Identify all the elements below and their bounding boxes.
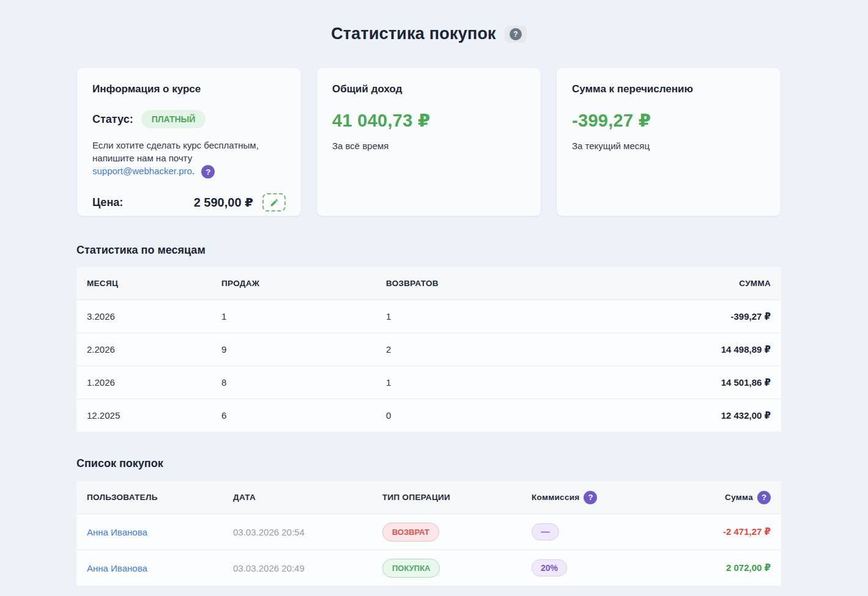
operation-badge-refund: ВОЗВРАТ (382, 523, 439, 542)
page-content: Статистика покупок ? Информация о курсе … (76, 24, 781, 586)
support-email-link[interactable]: support@webhacker.pro (92, 166, 192, 176)
price-label: Цена: (92, 196, 123, 209)
col-operation: ТИП ОПЕРАЦИИ (382, 493, 532, 502)
question-icon: ? (510, 28, 522, 40)
commission-header-label: Коммиссия (532, 493, 579, 502)
total-income-caption: За всё время (332, 141, 525, 151)
table-header-row: МЕСЯЦ ПРОДАЖ ВОЗВРАТОВ СУММА (76, 267, 781, 300)
sum-cell: 14 501,86 ₽ (618, 377, 781, 388)
page-help-button[interactable]: ? (505, 26, 527, 43)
course-info-card: Информация о курсе Статус: ПЛАТНЫЙ Если … (76, 67, 302, 216)
edit-price-button[interactable] (262, 193, 286, 212)
refunds-cell: 1 (386, 311, 618, 322)
month-cell: 3.2026 (76, 311, 221, 322)
monthly-stats-table: МЕСЯЦ ПРОДАЖ ВОЗВРАТОВ СУММА 3.2026 1 1 … (76, 267, 781, 432)
table-row: Анна Иванова 03.03.2026 20:54 ВОЗВРАТ — … (76, 513, 781, 550)
date-cell: 03.03.2026 20:54 (233, 527, 382, 537)
transfer-amount-value: -399,27 ₽ (572, 110, 765, 131)
sum-cell: 2 072,00 ₽ (654, 562, 781, 573)
month-cell: 1.2026 (76, 377, 221, 388)
card-title: Общий доход (332, 83, 525, 95)
col-date: ДАТА (233, 493, 382, 502)
col-sum: СУММА (618, 279, 781, 288)
monthly-stats-title: Статистика по месяцам (76, 244, 781, 257)
status-label: Статус: (92, 113, 133, 126)
purchases-title: Список покупок (76, 457, 781, 470)
col-refunds: ВОЗВРАТОВ (386, 279, 618, 288)
refunds-cell: 2 (386, 344, 618, 355)
refunds-cell: 1 (386, 377, 618, 388)
price-value: 2 590,00 ₽ (194, 195, 253, 210)
user-link[interactable]: Анна Иванова (87, 563, 147, 573)
sum-cell: -2 471,27 ₽ (654, 526, 781, 537)
status-row: Статус: ПЛАТНЫЙ (92, 110, 286, 128)
page-title: Статистика покупок (331, 24, 496, 43)
user-link[interactable]: Анна Иванова (87, 527, 147, 537)
price-row: Цена: 2 590,00 ₽ (92, 193, 286, 212)
sum-help-icon[interactable]: ? (757, 491, 771, 504)
refunds-cell: 0 (386, 410, 618, 421)
operation-badge-purchase: ПОКУПКА (382, 559, 440, 578)
card-title: Сумма к перечислению (572, 83, 765, 95)
commission-badge: 20% (532, 559, 567, 576)
note-suffix: . (192, 166, 195, 176)
course-free-help-icon[interactable]: ? (201, 165, 215, 178)
page-header: Статистика покупок ? (76, 24, 781, 43)
status-badge: ПЛАТНЫЙ (141, 110, 206, 128)
pencil-icon (270, 198, 279, 207)
table-row: 1.2026 8 1 14 501,86 ₽ (76, 366, 781, 399)
total-income-card: Общий доход 41 040,73 ₽ За всё время (316, 67, 541, 216)
date-cell: 03.03.2026 20:49 (233, 563, 382, 573)
course-note: Если хотите сделать курс бесплатным, нап… (92, 139, 276, 178)
sales-cell: 1 (221, 311, 386, 322)
sum-cell: 14 498,89 ₽ (618, 344, 781, 355)
table-row: 2.2026 9 2 14 498,89 ₽ (76, 333, 781, 366)
sales-cell: 8 (221, 377, 386, 388)
month-cell: 12.2025 (76, 410, 221, 421)
transfer-amount-caption: За текущий месяц (572, 141, 765, 151)
table-row: 3.2026 1 1 -399,27 ₽ (76, 300, 781, 333)
sum-cell: 12 432,00 ₽ (618, 410, 781, 421)
col-sales: ПРОДАЖ (221, 279, 386, 288)
transfer-amount-card: Сумма к перечислению -399,27 ₽ За текущи… (556, 67, 781, 216)
table-row: 12.2025 6 0 12 432,00 ₽ (76, 399, 781, 432)
sales-cell: 9 (221, 344, 386, 355)
table-header-row: ПОЛЬЗОВАТЕЛЬ ДАТА ТИП ОПЕРАЦИИ Коммиссия… (76, 481, 781, 513)
note-text: Если хотите сделать курс бесплатным, нап… (92, 140, 259, 163)
sum-cell: -399,27 ₽ (618, 311, 781, 322)
card-title: Информация о курсе (92, 83, 286, 95)
total-income-value: 41 040,73 ₽ (332, 110, 525, 131)
col-sum: Сумма ? (654, 491, 781, 504)
month-cell: 2.2026 (76, 344, 221, 355)
col-commission: Коммиссия ? (532, 491, 654, 504)
sum-header-label: Сумма (725, 493, 753, 502)
commission-badge: — (532, 523, 559, 540)
sales-cell: 6 (221, 410, 386, 421)
summary-cards: Информация о курсе Статус: ПЛАТНЫЙ Если … (76, 67, 781, 216)
purchases-table: ПОЛЬЗОВАТЕЛЬ ДАТА ТИП ОПЕРАЦИИ Коммиссия… (76, 481, 781, 586)
col-user: ПОЛЬЗОВАТЕЛЬ (76, 493, 233, 502)
col-month: МЕСЯЦ (76, 279, 221, 288)
commission-help-icon[interactable]: ? (584, 491, 597, 504)
table-row: Анна Иванова 03.03.2026 20:49 ПОКУПКА 20… (76, 550, 781, 586)
